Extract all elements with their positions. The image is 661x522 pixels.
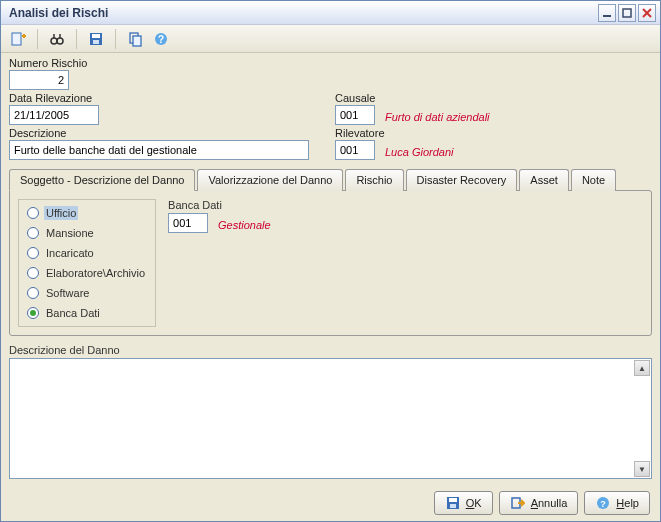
radio-icon (27, 267, 39, 279)
svg-rect-1 (623, 9, 631, 17)
window-controls (598, 4, 656, 22)
scroll-up-button[interactable]: ▲ (634, 360, 650, 376)
save-button[interactable] (85, 28, 107, 50)
copy-icon (127, 31, 143, 47)
causale-field: Causale Furto di dati aziendali (335, 92, 490, 125)
maximize-button[interactable] (618, 4, 636, 22)
radio-label: Mansione (44, 226, 96, 240)
annulla-label: Annulla (531, 497, 568, 509)
numero-rischio-input[interactable] (9, 70, 69, 90)
toolbar-separator (115, 29, 116, 49)
radio-label: Software (44, 286, 91, 300)
svg-rect-4 (12, 33, 21, 45)
tab-soggetto[interactable]: Soggetto - Descrizione del Danno (9, 169, 195, 191)
descrizione-danno-section: Descrizione del Danno ▲ ▼ (9, 344, 652, 479)
banca-dati-label: Banca Dati (168, 199, 643, 211)
banca-dati-panel: Banca Dati Gestionale (168, 199, 643, 327)
rilevatore-input[interactable] (335, 140, 375, 160)
radio-ufficio[interactable]: Ufficio (27, 206, 147, 220)
descrizione-field: Descrizione (9, 127, 319, 160)
scroll-down-button[interactable]: ▼ (634, 461, 650, 477)
descrizione-danno-textarea[interactable]: ▲ ▼ (9, 358, 652, 479)
minimize-icon (602, 8, 612, 18)
binoculars-icon (49, 31, 65, 47)
risk-analysis-window: Analisi dei Rischi (0, 0, 661, 522)
svg-point-8 (57, 38, 63, 44)
radio-elaboratore[interactable]: Elaboratore\Archivio (27, 266, 147, 280)
find-button[interactable] (46, 28, 68, 50)
close-button[interactable] (638, 4, 656, 22)
new-record-button[interactable] (7, 28, 29, 50)
tab-rischio[interactable]: Rischio (345, 169, 403, 191)
tab-bar: Soggetto - Descrizione del Danno Valoriz… (9, 168, 652, 190)
radio-incaricato[interactable]: Incaricato (27, 246, 147, 260)
numero-rischio-field: Numero Rischio (9, 57, 87, 90)
help-icon: ? (595, 495, 611, 511)
exit-icon (510, 495, 526, 511)
subject-radio-group: Ufficio Mansione Incaricato Elaboratore\… (18, 199, 156, 327)
dialog-footer: OK Annulla ? Help (1, 485, 660, 521)
descrizione-danno-label: Descrizione del Danno (9, 344, 652, 356)
rilevatore-label: Rilevatore (335, 127, 454, 139)
tab-valorizzazione[interactable]: Valorizzazione del Danno (197, 169, 343, 191)
toolbar-separator (37, 29, 38, 49)
tab-panel-soggetto: Ufficio Mansione Incaricato Elaboratore\… (9, 190, 652, 336)
rilevatore-note: Luca Giordani (385, 146, 454, 160)
save-icon (445, 495, 461, 511)
radio-icon (27, 227, 39, 239)
radio-software[interactable]: Software (27, 286, 147, 300)
tab-asset[interactable]: Asset (519, 169, 569, 191)
save-icon (88, 31, 104, 47)
help-label: Help (616, 497, 639, 509)
svg-rect-13 (93, 40, 99, 44)
data-rilevazione-field: Data Rilevazione (9, 92, 319, 125)
window-title: Analisi dei Rischi (9, 6, 598, 20)
toolbar: ? (1, 25, 660, 53)
banca-dati-note: Gestionale (218, 219, 271, 233)
radio-icon (27, 247, 39, 259)
form-content: Numero Rischio Data Rilevazione Causale … (1, 53, 660, 485)
svg-rect-12 (92, 34, 100, 38)
ok-button[interactable]: OK (434, 491, 493, 515)
radio-mansione[interactable]: Mansione (27, 226, 147, 240)
svg-rect-20 (450, 504, 456, 508)
help-icon: ? (153, 31, 169, 47)
svg-rect-19 (449, 498, 457, 502)
causale-note: Furto di dati aziendali (385, 111, 490, 125)
descrizione-label: Descrizione (9, 127, 319, 139)
radio-label: Incaricato (44, 246, 96, 260)
copy-button[interactable] (124, 28, 146, 50)
tab-disaster[interactable]: Disaster Recovery (406, 169, 518, 191)
new-record-icon (10, 31, 26, 47)
radio-label: Ufficio (44, 206, 78, 220)
ok-label: OK (466, 497, 482, 509)
maximize-icon (622, 8, 632, 18)
tab-note[interactable]: Note (571, 169, 616, 191)
radio-icon (27, 287, 39, 299)
help-button[interactable]: ? Help (584, 491, 650, 515)
radio-label: Elaboratore\Archivio (44, 266, 147, 280)
svg-text:?: ? (601, 499, 607, 509)
minimize-button[interactable] (598, 4, 616, 22)
rilevatore-field: Rilevatore Luca Giordani (335, 127, 454, 160)
svg-point-7 (51, 38, 57, 44)
close-icon (642, 8, 652, 18)
svg-text:?: ? (158, 34, 164, 45)
radio-bancadati[interactable]: Banca Dati (27, 306, 147, 320)
svg-rect-15 (133, 36, 141, 46)
causale-input[interactable] (335, 105, 375, 125)
titlebar: Analisi dei Rischi (1, 1, 660, 25)
radio-icon (27, 207, 39, 219)
radio-label: Banca Dati (44, 306, 102, 320)
numero-rischio-label: Numero Rischio (9, 57, 87, 69)
annulla-button[interactable]: Annulla (499, 491, 579, 515)
data-rilevazione-label: Data Rilevazione (9, 92, 319, 104)
causale-label: Causale (335, 92, 490, 104)
data-rilevazione-input[interactable] (9, 105, 99, 125)
help-toolbar-button[interactable]: ? (150, 28, 172, 50)
descrizione-input[interactable] (9, 140, 309, 160)
banca-dati-input[interactable] (168, 213, 208, 233)
toolbar-separator (76, 29, 77, 49)
radio-icon (27, 307, 39, 319)
